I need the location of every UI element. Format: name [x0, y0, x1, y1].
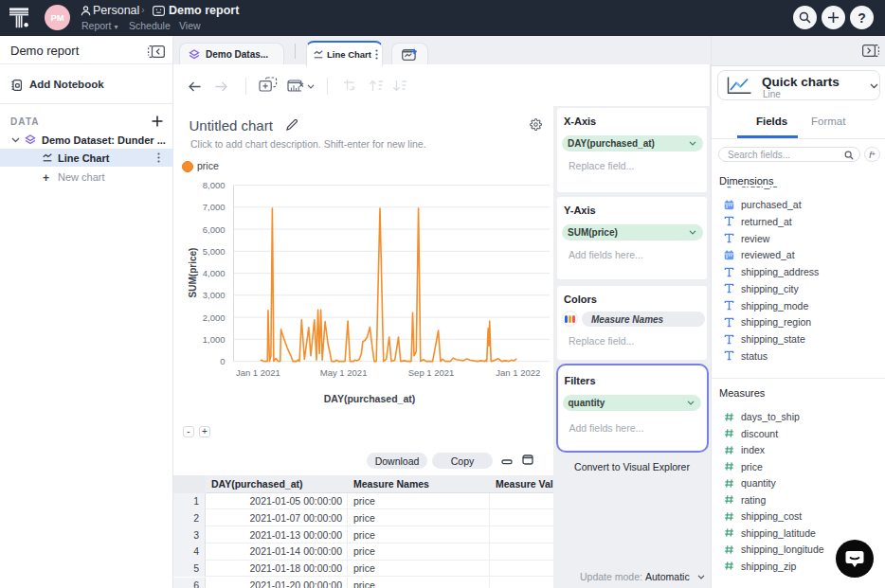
svg-text:3,000: 3,000: [203, 290, 226, 300]
svg-text:DAY(purchased_at): DAY(purchased_at): [324, 393, 415, 404]
svg-text:2,000: 2,000: [203, 312, 226, 323]
svg-text:1,000: 1,000: [203, 334, 226, 345]
svg-text:May 1 2021: May 1 2021: [320, 367, 368, 378]
svg-text:Jan 1 2022: Jan 1 2022: [496, 367, 540, 378]
svg-text:Jan 1 2021: Jan 1 2021: [236, 367, 280, 378]
svg-text:5,000: 5,000: [203, 246, 226, 257]
svg-text:6,000: 6,000: [203, 224, 226, 235]
svg-text:SUM(price): SUM(price): [188, 248, 198, 298]
svg-text:Sep 1 2021: Sep 1 2021: [408, 367, 455, 378]
svg-text:8,000: 8,000: [203, 180, 226, 190]
svg-text:7,000: 7,000: [203, 202, 226, 212]
svg-text:0: 0: [220, 356, 225, 366]
svg-text:4,000: 4,000: [203, 268, 226, 278]
